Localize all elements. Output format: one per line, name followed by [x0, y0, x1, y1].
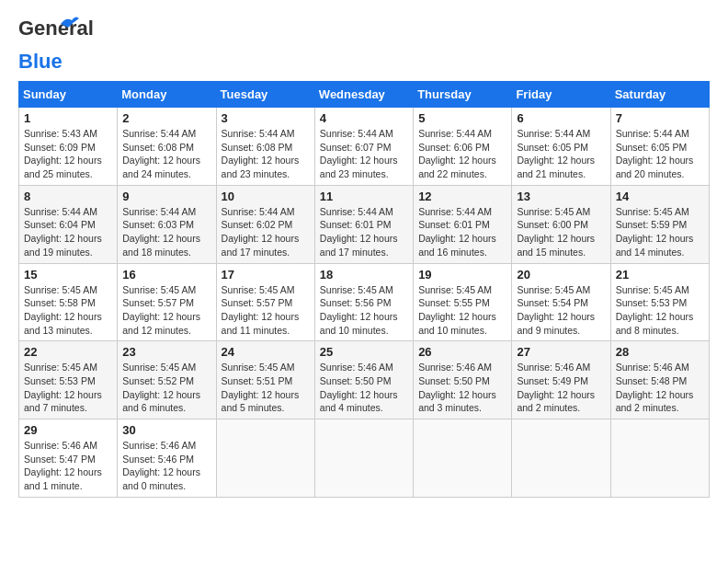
- day-info: Sunrise: 5:46 AM Sunset: 5:46 PM Dayligh…: [122, 439, 210, 493]
- calendar-cell: 16 Sunrise: 5:45 AM Sunset: 5:57 PM Dayl…: [118, 263, 216, 341]
- calendar-cell: 18 Sunrise: 5:45 AM Sunset: 5:56 PM Dayl…: [314, 263, 413, 341]
- calendar-cell: 13 Sunrise: 5:45 AM Sunset: 6:00 PM Dayl…: [512, 185, 610, 263]
- calendar-cell: 1 Sunrise: 5:43 AM Sunset: 6:09 PM Dayli…: [19, 108, 118, 186]
- day-number: 25: [320, 345, 408, 359]
- day-info: Sunrise: 5:46 AM Sunset: 5:48 PM Dayligh…: [616, 361, 704, 415]
- day-number: 9: [122, 190, 210, 203]
- day-number: 19: [418, 268, 506, 282]
- day-info: Sunrise: 5:46 AM Sunset: 5:50 PM Dayligh…: [320, 361, 408, 415]
- calendar-cell: 2 Sunrise: 5:44 AM Sunset: 6:08 PM Dayli…: [118, 108, 216, 186]
- day-number: 23: [122, 345, 210, 359]
- day-number: 15: [24, 268, 112, 282]
- day-number: 11: [320, 190, 408, 203]
- calendar-cell: 26 Sunrise: 5:46 AM Sunset: 5:50 PM Dayl…: [414, 341, 512, 419]
- day-number: 28: [616, 345, 704, 359]
- day-info: Sunrise: 5:45 AM Sunset: 5:53 PM Dayligh…: [24, 361, 112, 415]
- day-number: 17: [222, 268, 310, 282]
- weekday-header-thursday: Thursday: [414, 82, 512, 108]
- calendar-cell: 12 Sunrise: 5:44 AM Sunset: 6:01 PM Dayl…: [414, 185, 512, 263]
- day-info: Sunrise: 5:45 AM Sunset: 5:57 PM Dayligh…: [222, 283, 310, 338]
- day-info: Sunrise: 5:45 AM Sunset: 5:55 PM Dayligh…: [418, 283, 506, 338]
- calendar-table: SundayMondayTuesdayWednesdayThursdayFrid…: [18, 81, 710, 498]
- calendar-cell: 30 Sunrise: 5:46 AM Sunset: 5:46 PM Dayl…: [118, 419, 216, 498]
- calendar-cell: 6 Sunrise: 5:44 AM Sunset: 6:05 PM Dayli…: [512, 108, 610, 186]
- day-info: Sunrise: 5:45 AM Sunset: 5:52 PM Dayligh…: [122, 361, 210, 415]
- day-number: 3: [222, 111, 310, 125]
- day-info: Sunrise: 5:44 AM Sunset: 6:05 PM Dayligh…: [616, 127, 704, 181]
- day-info: Sunrise: 5:45 AM Sunset: 6:00 PM Dayligh…: [517, 205, 605, 259]
- weekday-header-friday: Friday: [512, 82, 610, 108]
- calendar-cell: 15 Sunrise: 5:45 AM Sunset: 5:58 PM Dayl…: [19, 263, 118, 341]
- day-number: 12: [418, 190, 506, 203]
- calendar-cell: 9 Sunrise: 5:44 AM Sunset: 6:03 PM Dayli…: [118, 185, 216, 263]
- calendar-cell: 8 Sunrise: 5:44 AM Sunset: 6:04 PM Dayli…: [19, 185, 118, 263]
- day-number: 5: [418, 111, 506, 125]
- calendar-cell: 29 Sunrise: 5:46 AM Sunset: 5:47 PM Dayl…: [19, 419, 118, 498]
- day-number: 30: [122, 423, 210, 437]
- day-info: Sunrise: 5:44 AM Sunset: 6:08 PM Dayligh…: [122, 127, 210, 181]
- day-info: Sunrise: 5:45 AM Sunset: 5:59 PM Dayligh…: [616, 205, 704, 259]
- day-info: Sunrise: 5:45 AM Sunset: 5:57 PM Dayligh…: [122, 283, 210, 338]
- calendar-cell: 27 Sunrise: 5:46 AM Sunset: 5:49 PM Dayl…: [512, 341, 610, 419]
- day-number: 26: [418, 345, 506, 359]
- day-info: Sunrise: 5:45 AM Sunset: 5:58 PM Dayligh…: [24, 283, 112, 338]
- day-number: 2: [122, 111, 210, 125]
- calendar-cell: 19 Sunrise: 5:45 AM Sunset: 5:55 PM Dayl…: [414, 263, 512, 341]
- bird-icon: [59, 15, 79, 31]
- day-info: Sunrise: 5:46 AM Sunset: 5:49 PM Dayligh…: [517, 361, 605, 415]
- day-number: 6: [517, 111, 605, 125]
- day-number: 22: [24, 345, 112, 359]
- logo: General Blue: [18, 18, 74, 72]
- day-info: Sunrise: 5:44 AM Sunset: 6:04 PM Dayligh…: [24, 205, 112, 259]
- calendar-cell: [512, 419, 610, 498]
- day-info: Sunrise: 5:45 AM Sunset: 5:54 PM Dayligh…: [517, 283, 605, 338]
- weekday-header-saturday: Saturday: [610, 82, 709, 108]
- day-number: 18: [320, 268, 408, 282]
- day-number: 20: [517, 268, 605, 282]
- day-number: 14: [616, 190, 704, 203]
- calendar-cell: 20 Sunrise: 5:45 AM Sunset: 5:54 PM Dayl…: [512, 263, 610, 341]
- day-info: Sunrise: 5:45 AM Sunset: 5:53 PM Dayligh…: [616, 283, 704, 338]
- day-info: Sunrise: 5:45 AM Sunset: 5:56 PM Dayligh…: [320, 283, 408, 338]
- day-number: 1: [24, 111, 112, 125]
- calendar-cell: [414, 419, 512, 498]
- calendar-cell: 3 Sunrise: 5:44 AM Sunset: 6:08 PM Dayli…: [216, 108, 314, 186]
- calendar-cell: 25 Sunrise: 5:46 AM Sunset: 5:50 PM Dayl…: [314, 341, 413, 419]
- day-info: Sunrise: 5:46 AM Sunset: 5:50 PM Dayligh…: [418, 361, 506, 415]
- calendar-cell: 28 Sunrise: 5:46 AM Sunset: 5:48 PM Dayl…: [610, 341, 709, 419]
- calendar-cell: 17 Sunrise: 5:45 AM Sunset: 5:57 PM Dayl…: [216, 263, 314, 341]
- day-info: Sunrise: 5:43 AM Sunset: 6:09 PM Dayligh…: [24, 127, 112, 181]
- calendar-cell: 4 Sunrise: 5:44 AM Sunset: 6:07 PM Dayli…: [314, 108, 413, 186]
- day-number: 7: [616, 111, 704, 125]
- calendar-cell: 5 Sunrise: 5:44 AM Sunset: 6:06 PM Dayli…: [414, 108, 512, 186]
- page-header: General Blue: [18, 18, 710, 72]
- calendar-cell: 21 Sunrise: 5:45 AM Sunset: 5:53 PM Dayl…: [610, 263, 709, 341]
- day-number: 24: [222, 345, 310, 359]
- day-info: Sunrise: 5:46 AM Sunset: 5:47 PM Dayligh…: [24, 439, 112, 493]
- weekday-header-wednesday: Wednesday: [314, 82, 413, 108]
- day-number: 16: [122, 268, 210, 282]
- calendar-cell: [314, 419, 413, 498]
- calendar-cell: 24 Sunrise: 5:45 AM Sunset: 5:51 PM Dayl…: [216, 341, 314, 419]
- day-number: 8: [24, 190, 112, 203]
- day-number: 13: [517, 190, 605, 203]
- day-info: Sunrise: 5:44 AM Sunset: 6:08 PM Dayligh…: [222, 127, 310, 181]
- day-info: Sunrise: 5:44 AM Sunset: 6:05 PM Dayligh…: [517, 127, 605, 181]
- day-info: Sunrise: 5:44 AM Sunset: 6:01 PM Dayligh…: [320, 205, 408, 259]
- day-info: Sunrise: 5:44 AM Sunset: 6:03 PM Dayligh…: [122, 205, 210, 259]
- day-info: Sunrise: 5:45 AM Sunset: 5:51 PM Dayligh…: [222, 361, 310, 415]
- day-info: Sunrise: 5:44 AM Sunset: 6:02 PM Dayligh…: [222, 205, 310, 259]
- calendar-cell: 14 Sunrise: 5:45 AM Sunset: 5:59 PM Dayl…: [610, 185, 709, 263]
- calendar-cell: [610, 419, 709, 498]
- weekday-header-sunday: Sunday: [19, 82, 118, 108]
- calendar-cell: 11 Sunrise: 5:44 AM Sunset: 6:01 PM Dayl…: [314, 185, 413, 263]
- calendar-cell: 22 Sunrise: 5:45 AM Sunset: 5:53 PM Dayl…: [19, 341, 118, 419]
- day-number: 4: [320, 111, 408, 125]
- day-info: Sunrise: 5:44 AM Sunset: 6:07 PM Dayligh…: [320, 127, 408, 181]
- weekday-header-monday: Monday: [118, 82, 216, 108]
- weekday-header-tuesday: Tuesday: [216, 82, 314, 108]
- day-number: 27: [517, 345, 605, 359]
- day-number: 10: [222, 190, 310, 203]
- day-info: Sunrise: 5:44 AM Sunset: 6:01 PM Dayligh…: [418, 205, 506, 259]
- calendar-cell: 23 Sunrise: 5:45 AM Sunset: 5:52 PM Dayl…: [118, 341, 216, 419]
